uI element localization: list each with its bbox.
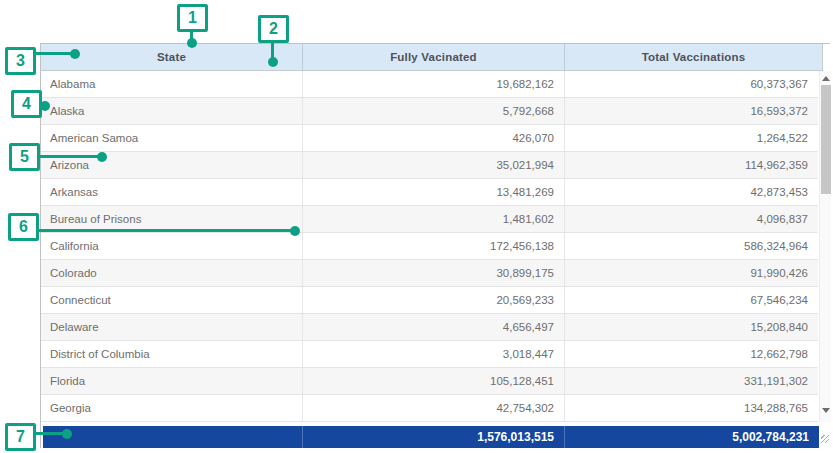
screenshot-stage: State Fully Vacinated Total Vaccinations… — [0, 0, 833, 453]
callout-1-badge: 1 — [177, 4, 208, 32]
table-row[interactable]: Delaware 4,656,497 15,208,840 — [41, 314, 818, 341]
state-cell: Delaware — [41, 314, 302, 340]
totals-state-cell — [43, 426, 302, 448]
table-row[interactable]: Arkansas 13,481,269 42,873,453 — [41, 179, 818, 206]
fully-vacinated-cell: 4,656,497 — [302, 314, 564, 340]
totals-total-vaccinations: 5,002,784,231 — [564, 426, 819, 448]
table-row[interactable]: Alaska 5,792,668 16,593,372 — [41, 98, 818, 125]
callout-3-dot — [70, 49, 80, 59]
fully-vacinated-cell: 105,128,451 — [302, 368, 564, 394]
table-row[interactable]: Georgia 42,754,302 134,288,765 — [41, 395, 818, 422]
column-header-state: State — [41, 44, 302, 70]
callout-6-dot — [290, 226, 300, 236]
scrollbar-thumb[interactable] — [821, 85, 831, 194]
table-row[interactable]: District of Columbia 3,018,447 12,662,79… — [41, 341, 818, 368]
total-vaccinations-cell: 586,324,964 — [564, 233, 818, 259]
state-cell: Georgia — [41, 395, 302, 421]
scroll-down-button[interactable] — [820, 404, 832, 417]
table-row[interactable]: Florida 105,128,451 331,191,302 — [41, 368, 818, 395]
state-cell: Colorado — [41, 260, 302, 286]
callout-3-badge: 3 — [5, 47, 36, 75]
total-vaccinations-cell: 60,373,367 — [564, 71, 818, 97]
state-cell: Alabama — [41, 71, 302, 97]
vertical-scrollbar[interactable] — [819, 71, 831, 422]
total-vaccinations-cell: 114,962,359 — [564, 152, 818, 178]
total-vaccinations-cell: 1,264,522 — [564, 125, 818, 151]
total-vaccinations-cell: 16,593,372 — [564, 98, 818, 124]
fully-vacinated-cell: 42,754,302 — [302, 395, 564, 421]
table-row[interactable]: Connecticut 20,569,233 67,546,234 — [41, 287, 818, 314]
state-cell: American Samoa — [41, 125, 302, 151]
total-vaccinations-cell: 331,191,302 — [564, 368, 818, 394]
table-header-row: State Fully Vacinated Total Vaccinations — [41, 44, 823, 71]
callout-1-dot — [187, 38, 197, 48]
state-cell: Alaska — [41, 98, 302, 124]
state-cell: District of Columbia — [41, 341, 302, 367]
table-row[interactable]: California 172,456,138 586,324,964 — [41, 233, 818, 260]
chevron-up-icon — [822, 76, 830, 81]
state-cell: California — [41, 233, 302, 259]
fully-vacinated-cell: 35,021,994 — [302, 152, 564, 178]
fully-vacinated-cell: 426,070 — [302, 125, 564, 151]
callout-4-badge: 4 — [11, 90, 42, 118]
fully-vacinated-cell: 19,682,162 — [302, 71, 564, 97]
table-body: Alabama 19,682,162 60,373,367 Alaska 5,7… — [41, 71, 818, 422]
callout-5-dot — [97, 152, 107, 162]
column-header-fully-vacinated: Fully Vacinated — [302, 44, 564, 70]
callout-5-connector — [40, 155, 98, 158]
callout-7-dot — [62, 429, 72, 439]
fully-vacinated-cell: 30,899,175 — [302, 260, 564, 286]
table-totals-row: 1,576,013,515 5,002,784,231 — [43, 426, 819, 448]
fully-vacinated-cell: 13,481,269 — [302, 179, 564, 205]
table-row[interactable]: Arizona 35,021,994 114,962,359 — [41, 152, 818, 179]
state-cell: Connecticut — [41, 287, 302, 313]
table-row[interactable]: Colorado 30,899,175 91,990,426 — [41, 260, 818, 287]
total-vaccinations-cell: 67,546,234 — [564, 287, 818, 313]
callout-2-badge: 2 — [258, 15, 289, 43]
total-vaccinations-cell: 12,662,798 — [564, 341, 818, 367]
table-row[interactable]: Alabama 19,682,162 60,373,367 — [41, 71, 818, 98]
callout-7-badge: 7 — [5, 423, 36, 451]
callout-7-connector — [36, 432, 64, 435]
state-cell: Arkansas — [41, 179, 302, 205]
total-vaccinations-cell: 15,208,840 — [564, 314, 818, 340]
fully-vacinated-cell: 172,456,138 — [302, 233, 564, 259]
table-row[interactable]: American Samoa 426,070 1,264,522 — [41, 125, 818, 152]
fully-vacinated-cell: 5,792,668 — [302, 98, 564, 124]
state-cell: Florida — [41, 368, 302, 394]
total-vaccinations-cell: 4,096,837 — [564, 206, 818, 232]
callout-5-badge: 5 — [9, 143, 40, 171]
total-vaccinations-cell: 91,990,426 — [564, 260, 818, 286]
callout-6-connector — [39, 229, 291, 232]
total-vaccinations-cell: 42,873,453 — [564, 179, 818, 205]
vaccinations-table: State Fully Vacinated Total Vaccinations… — [40, 43, 830, 448]
totals-fully-vacinated: 1,576,013,515 — [302, 426, 564, 448]
callout-2-dot — [268, 57, 278, 67]
fully-vacinated-cell: 3,018,447 — [302, 341, 564, 367]
scroll-up-button[interactable] — [820, 72, 832, 85]
fully-vacinated-cell: 20,569,233 — [302, 287, 564, 313]
total-vaccinations-cell: 134,288,765 — [564, 395, 818, 421]
fully-vacinated-cell: 1,481,602 — [302, 206, 564, 232]
callout-6-badge: 6 — [8, 213, 39, 241]
column-header-total-vaccinations: Total Vaccinations — [564, 44, 822, 70]
callout-3-connector — [36, 52, 72, 55]
chevron-down-icon — [822, 408, 830, 413]
resize-grip-icon[interactable] — [821, 435, 829, 443]
